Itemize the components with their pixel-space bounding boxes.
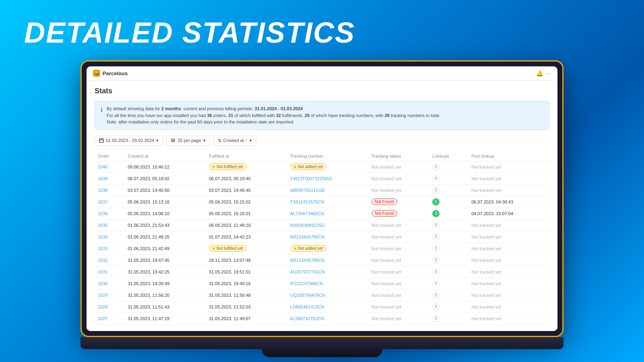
filters-bar: 01.05.2023 - 29.02.2024 ▾ 25 per page ▾ [95,136,549,146]
tracking-status-cell: Not tracked yet [368,278,429,289]
tracking-number-link[interactable]: KL580742762CN [290,316,324,321]
lookups-cell: 0 [429,313,468,324]
order-link[interactable]: 1039 [98,176,107,181]
not-added-badge: Not added yet [290,245,326,252]
col-fulfilled: Fulfilled at [206,151,287,161]
tracking-number-link[interactable]: LD865481413CN [290,304,324,309]
order-link[interactable]: 1027 [98,316,107,321]
created-at-cell: 09.08.2023, 10:46:12 [124,161,206,173]
order-cell: 1038 [95,184,124,196]
created-at-cell: 31.05.2023, 19:39:49 [124,278,206,289]
tracking-status-cell: Not tracked yet [368,301,429,313]
order-link[interactable]: 1037 [98,200,107,204]
app-name: Parcelous [103,70,128,76]
fulfilled-at-cell: 03.07.2023, 14:46:45 [206,184,287,196]
first-lookup-cell: Not tracked yet [468,301,549,313]
laptop-container: 📦 Parcelous 🔔 ··· Stats ℹ By default sho… [80,60,564,357]
tracking-number-link[interactable]: UQ200798478CN [290,293,325,298]
order-cell: 1037 [95,196,124,208]
table-row: 102831.05.2023, 11:51:4331.05.2023, 11:5… [95,301,549,313]
tracking-number-cell: UQ200798478CN [287,289,368,301]
first-lookup-cell: Not tracked yet [468,313,549,324]
table-header: Order Created at Fulfilled at Tracking n… [95,151,549,161]
first-lookup-cell: Not tracked yet [468,184,549,196]
not-fulfilled-badge: Not fulfilled yet [209,245,247,252]
tracking-number-link[interactable]: IP232147988CN [290,281,323,286]
tracking-status-cell: Not Found [368,208,429,219]
order-cell: 1028 [95,301,124,313]
tracking-number-link[interactable]: AL736673460CN [290,211,324,216]
table-row: 102931.05.2023, 11:56:2031.05.2023, 11:5… [95,289,549,301]
tracking-status-cell: Not tracked yet [368,254,429,266]
bell-icon[interactable]: 🔔 [536,70,543,76]
fulfilled-at-cell: 31.05.2023, 19:51:01 [206,266,287,278]
logo-icon: 📦 [93,70,100,77]
created-at-cell: 31.05.2023, 11:47:29 [124,313,206,324]
fulfilled-at-cell: 05.06.2023, 15:15:02 [206,196,287,208]
order-link[interactable]: 1034 [98,234,107,239]
lookups-cell: 0 [429,219,468,231]
lookup-count: 0 [432,163,440,171]
lookups-cell: 0 [429,161,468,173]
tracking-number-cell: YW22T00073225652 [287,173,368,184]
order-link[interactable]: 1033 [98,246,107,251]
order-cell: 1035 [95,219,124,231]
lookups-cell: 0 [429,301,468,313]
tracking-number-link[interactable]: AU267672741CN [290,269,325,274]
table-row: 103501.06.2023, 21:53:4306.06.2023, 11:4… [95,219,549,231]
order-link[interactable]: 1035 [98,223,107,228]
app-window: 📦 Parcelous 🔔 ··· Stats ℹ By default sho… [87,66,557,331]
tracking-status-cell: Not tracked yet [368,173,429,184]
info-banner: ℹ By default showing data for 2 months: … [95,101,549,130]
more-icon[interactable]: ··· [546,70,551,76]
per-page-filter[interactable]: 25 per page ▾ [166,136,210,146]
col-first-lookup: First lookup [468,151,549,161]
tracking-status-cell: Not tracked yet [368,161,429,173]
table-row: 103605.06.2023, 14:06:1005.06.2023, 15:1… [95,208,549,219]
tracking-number-cell: TS912413575CN [287,196,368,208]
created-at-cell: 03.07.2023, 14:45:50 [124,184,206,196]
table-row: 102731.05.2023, 11:47:2931.05.2023, 11:4… [95,313,549,324]
sort-filter[interactable]: ⇅ Created at ↑ ▾ [213,136,256,146]
order-link[interactable]: 1032 [98,258,107,263]
table-row: 103906.07.2023, 05:19:0206.07.2023, 05:1… [95,173,549,184]
order-link[interactable]: 1030 [98,281,107,286]
tracking-number-link[interactable]: AB099765111GB [290,188,325,193]
not-added-badge: Not added yet [290,163,326,170]
lookups-cell: 0 [429,266,468,278]
not-fulfilled-badge: Not fulfilled yet [209,163,247,170]
tracking-status-cell: Not tracked yet [368,243,429,254]
tracking-number-cell: Not added yet [287,243,368,254]
order-link[interactable]: 1031 [98,269,107,274]
created-at-cell: 31.05.2023, 11:51:43 [124,301,206,313]
lookups-cell: 5 [429,196,468,208]
col-order: Order [95,151,124,161]
order-link[interactable]: 1040 [98,165,107,169]
order-link[interactable]: 1036 [98,211,107,216]
order-link[interactable]: 1028 [98,304,107,309]
page-title: DETAILED STATISTICS [24,16,355,49]
table-row: 103131.05.2023, 19:42:2531.05.2023, 19:5… [95,266,549,278]
tracking-status-cell: Not tracked yet [368,313,429,324]
first-lookup-cell: Not tracked yet [468,231,549,243]
lookup-count: 0 [432,303,440,311]
tracking-number-link[interactable]: TS912413575CN [290,200,324,204]
first-lookup-cell: Not tracked yet [468,219,549,231]
tracking-number-cell: AB123456789CN [287,231,368,243]
stats-title: Stats [95,87,549,95]
table-row: 103705.06.2023, 15:13:1605.06.2023, 15:1… [95,196,549,208]
app-actions: 🔔 ··· [536,70,551,76]
laptop-screen: 📦 Parcelous 🔔 ··· Stats ℹ By default sho… [80,60,564,337]
tracking-number-link[interactable]: YW22T00073225652 [290,176,332,181]
tracking-number-link[interactable]: AB123456789CN [290,258,325,263]
table-row: 103031.05.2023, 19:39:4931.05.2023, 19:4… [95,278,549,289]
lookups-cell: 3 [429,208,468,219]
order-link[interactable]: 1029 [98,293,107,298]
order-link[interactable]: 1038 [98,188,107,193]
tracking-number-link[interactable]: NX828388922SG [290,223,325,228]
tracking-status-cell: Not tracked yet [368,184,429,196]
date-range-filter[interactable]: 01.05.2023 - 29.02.2024 ▾ [95,136,163,146]
tracking-number-link[interactable]: AB123456789CN [290,234,325,239]
fulfilled-at-cell: 31.05.2023, 11:49:07 [206,313,287,324]
fulfilled-at-cell: 18.11.2023, 13:07:48 [206,254,287,266]
